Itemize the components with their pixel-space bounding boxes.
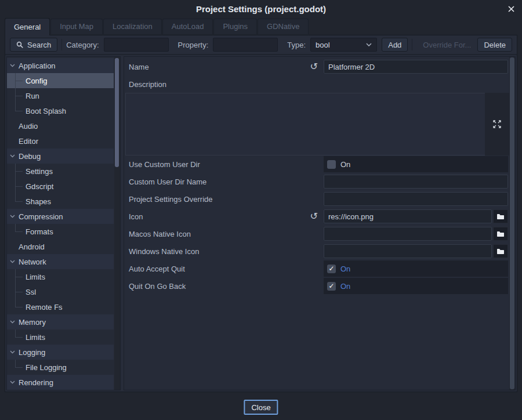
tree-item-boot-splash[interactable]: Boot Splash bbox=[7, 103, 114, 118]
revert-icon[interactable]: ↺ bbox=[310, 62, 318, 71]
tree-item-ssl[interactable]: Ssl bbox=[7, 284, 114, 299]
revert-icon[interactable]: ↺ bbox=[310, 212, 318, 221]
override-for-button: Override For... bbox=[416, 38, 477, 52]
tree-item-limits[interactable]: Limits bbox=[7, 330, 114, 345]
property-value-project-settings-override bbox=[324, 191, 508, 207]
chevron-down-icon[interactable] bbox=[9, 379, 16, 385]
tree-item-label: Network bbox=[19, 258, 46, 266]
tree-item-gdscript[interactable]: Gdscript bbox=[7, 179, 114, 194]
type-select[interactable]: bool bbox=[310, 38, 377, 52]
delete-button-label: Delete bbox=[484, 41, 506, 49]
folder-icon bbox=[496, 213, 505, 220]
override-for-label: Override For... bbox=[423, 41, 471, 49]
description-editor bbox=[125, 93, 509, 155]
tree-item-remote-fs[interactable]: Remote Fs bbox=[7, 299, 114, 314]
tab-localization[interactable]: Localization bbox=[103, 19, 162, 34]
tree-item-rendering[interactable]: Rendering bbox=[7, 375, 114, 390]
tab-general[interactable]: General bbox=[5, 18, 50, 35]
property-name: Custom User Dir Name bbox=[129, 178, 324, 186]
tree-item-file-logging[interactable]: File Logging bbox=[7, 360, 114, 375]
tree-item-label: Run bbox=[26, 92, 39, 100]
tab-gdnative[interactable]: GDNative bbox=[258, 19, 309, 34]
close-dialog-button[interactable]: Close bbox=[244, 400, 278, 415]
settings-category-tree: ApplicationConfigRunBoot SplashAudioEdit… bbox=[6, 56, 121, 390]
tree-item-network[interactable]: Network bbox=[7, 254, 114, 269]
add-button[interactable]: Add bbox=[382, 38, 408, 52]
chevron-down-icon[interactable] bbox=[9, 349, 16, 355]
toolbar-separator bbox=[61, 39, 62, 50]
chevron-down-icon[interactable] bbox=[9, 63, 16, 68]
tree-item-label: Config bbox=[26, 77, 48, 85]
property-name: Windows Native Icon bbox=[129, 247, 324, 256]
checkbox-checked[interactable]: ✓ bbox=[327, 282, 336, 291]
tree-item-formats[interactable]: Formats bbox=[7, 224, 114, 239]
tree-item-settings[interactable]: Settings bbox=[7, 164, 114, 179]
property-name: Icon bbox=[129, 212, 310, 221]
description-textarea[interactable] bbox=[125, 93, 485, 155]
tree-item-label: File Logging bbox=[26, 363, 67, 372]
tree-item-limits[interactable]: Limits bbox=[7, 269, 114, 284]
browse-file-button[interactable] bbox=[493, 227, 508, 241]
tree-item-label: Application bbox=[19, 61, 56, 70]
property-label-icon: Icon↺ bbox=[124, 212, 324, 221]
tree-item-shapes[interactable]: Shapes bbox=[7, 194, 114, 209]
property-row-use-custom-user-dir: Use Custom User DirOn bbox=[124, 155, 515, 173]
search-button[interactable]: Search bbox=[10, 38, 57, 52]
tree-item-run[interactable]: Run bbox=[7, 88, 114, 103]
tree-scrollbar-thumb[interactable] bbox=[115, 58, 119, 167]
tab-plugins[interactable]: Plugins bbox=[213, 19, 257, 34]
property-label-project-settings-override: Project Settings Override bbox=[124, 195, 324, 204]
tab-input-map[interactable]: Input Map bbox=[50, 19, 103, 34]
search-button-label: Search bbox=[27, 41, 51, 49]
tree-item-audio[interactable]: Audio bbox=[7, 118, 114, 133]
chevron-down-icon[interactable] bbox=[9, 153, 16, 159]
tree-item-logging[interactable]: Logging bbox=[7, 345, 114, 360]
property-value-windows-native-icon bbox=[324, 243, 508, 259]
property-row-windows-native-icon: Windows Native Icon bbox=[124, 242, 515, 260]
property-value-name: Platformer 2D bbox=[324, 59, 508, 75]
close-window-button[interactable] bbox=[507, 5, 515, 13]
category-input[interactable] bbox=[104, 38, 169, 52]
tree-item-label: Limits bbox=[26, 273, 45, 281]
inspector-scrollbar-thumb[interactable] bbox=[510, 57, 514, 389]
browse-file-button[interactable] bbox=[493, 209, 508, 223]
checkbox-unchecked[interactable] bbox=[327, 160, 336, 169]
property-input[interactable] bbox=[213, 38, 278, 52]
tree-item-compression[interactable]: Compression bbox=[7, 209, 114, 224]
property-value-quit-on-go-back: ✓On bbox=[324, 278, 508, 294]
tree-item-editor[interactable]: Editor bbox=[7, 133, 114, 149]
tree-item-label: Remote Fs bbox=[26, 303, 63, 312]
text-field-name[interactable]: Platformer 2D bbox=[324, 60, 508, 74]
chevron-down-icon[interactable] bbox=[9, 259, 16, 265]
tree-item-label: Gdscript bbox=[26, 182, 53, 191]
tree-item-application[interactable]: Application bbox=[7, 58, 114, 73]
property-label: Property: bbox=[178, 41, 209, 49]
checkbox-state-label: On bbox=[340, 265, 350, 273]
tree-item-memory[interactable]: Memory bbox=[7, 314, 114, 330]
expand-editor-button[interactable] bbox=[491, 118, 503, 130]
tab-autoload[interactable]: AutoLoad bbox=[162, 19, 213, 34]
type-select-value: bool bbox=[316, 41, 330, 49]
tree-item-config[interactable]: Config bbox=[7, 73, 114, 88]
property-label-name: Name↺ bbox=[124, 62, 324, 71]
property-name: Project Settings Override bbox=[129, 195, 324, 204]
text-field-icon[interactable]: res://icon.png bbox=[324, 209, 492, 223]
property-label-custom-user-dir-name: Custom User Dir Name bbox=[124, 178, 324, 186]
tree-item-android[interactable]: Android bbox=[7, 239, 114, 254]
text-field-project-settings-override[interactable] bbox=[324, 192, 508, 206]
property-value-macos-native-icon bbox=[324, 226, 508, 242]
type-label: Type: bbox=[287, 41, 306, 49]
text-field-macos-native-icon[interactable] bbox=[324, 227, 492, 241]
property-row-custom-user-dir-name: Custom User Dir Name bbox=[124, 173, 515, 190]
chevron-down-icon[interactable] bbox=[9, 319, 16, 325]
text-field-windows-native-icon[interactable] bbox=[324, 244, 492, 258]
tree-item-label: Rendering bbox=[19, 378, 53, 387]
chevron-down-icon[interactable] bbox=[9, 213, 16, 219]
property-row-macos-native-icon: Macos Native Icon bbox=[124, 225, 515, 242]
browse-file-button[interactable] bbox=[493, 244, 508, 258]
property-name: Auto Accept Quit bbox=[129, 265, 324, 273]
text-field-custom-user-dir-name[interactable] bbox=[324, 175, 508, 189]
delete-button[interactable]: Delete bbox=[477, 38, 512, 52]
checkbox-checked[interactable]: ✓ bbox=[327, 265, 336, 273]
tree-item-debug[interactable]: Debug bbox=[7, 149, 114, 164]
